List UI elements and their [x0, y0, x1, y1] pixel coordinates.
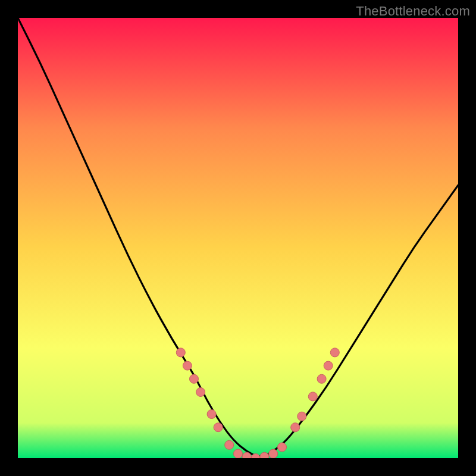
data-marker — [234, 449, 243, 458]
data-marker — [190, 374, 199, 383]
data-marker — [308, 392, 317, 401]
data-marker — [298, 412, 306, 421]
watermark-text: TheBottleneck.com — [356, 4, 470, 19]
data-marker — [183, 361, 192, 370]
data-marker — [207, 410, 216, 419]
data-marker — [214, 423, 223, 432]
data-marker — [317, 374, 326, 383]
data-marker — [225, 440, 234, 449]
bottleneck-chart — [18, 18, 458, 458]
plot-background — [18, 18, 458, 458]
data-marker — [324, 361, 333, 370]
data-marker — [196, 388, 205, 397]
data-marker — [269, 449, 278, 458]
data-marker — [278, 443, 287, 452]
chart-container: TheBottleneck.com — [0, 0, 476, 476]
data-marker — [291, 423, 300, 432]
data-marker — [176, 348, 185, 357]
data-marker — [330, 348, 339, 357]
